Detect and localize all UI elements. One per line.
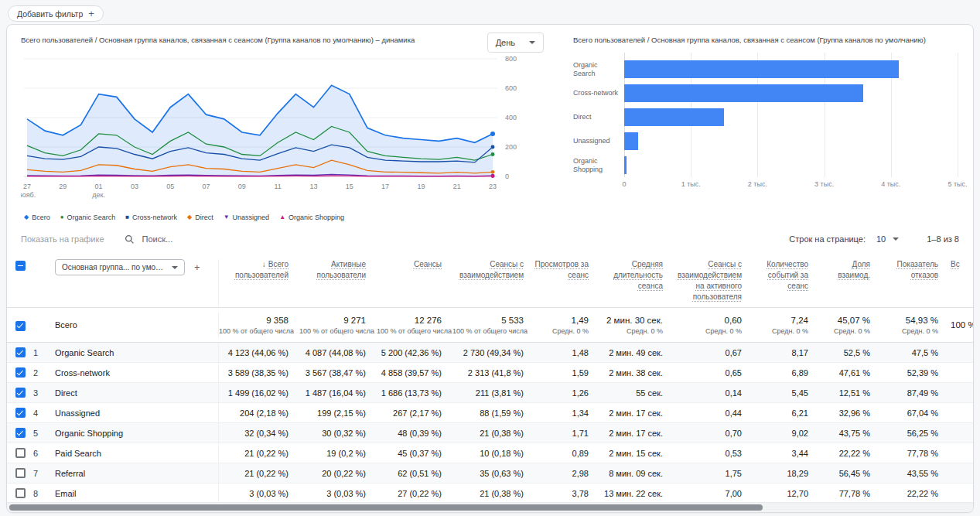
metric-cell: 30 (0,32 %) xyxy=(299,429,377,438)
totals-metric-cell: 45,07 %Средн. 0 % xyxy=(819,316,881,335)
bar-track xyxy=(624,57,958,81)
select-all-checkbox[interactable] xyxy=(15,261,26,271)
row-checkbox[interactable] xyxy=(15,388,26,398)
column-header-4[interactable]: Сеансы с взаимодействием xyxy=(452,259,534,281)
column-header-6[interactable]: Средняя длительность сеанса xyxy=(599,259,674,292)
x-axis-label: 0 xyxy=(622,180,626,188)
x-axis-label: 15 xyxy=(346,183,353,190)
metric-cell: 204 (2,18 %) xyxy=(219,408,299,418)
totals-subvalue: 100 % от общего числа xyxy=(219,327,289,335)
row-checkbox[interactable] xyxy=(15,367,26,378)
x-axis-sublabel: дек. xyxy=(92,191,105,199)
row-checkbox[interactable] xyxy=(15,488,26,498)
totals-metric-cell: 7,24Средн. 0 % xyxy=(753,316,819,335)
metric-cell: 21 (0,38 %) xyxy=(452,429,534,438)
bar-row-direct: Direct xyxy=(573,105,959,129)
report-card: Всего пользователей / Основная группа ка… xyxy=(6,24,974,513)
column-header-10[interactable]: Показатель отказов xyxy=(881,259,949,281)
table-row: 7Referral21 (0,22 %)20 (0,22 %)62 (0,51 … xyxy=(7,463,973,484)
legend-item-direct: ◆Direct xyxy=(187,214,213,221)
totals-value: 9 271 xyxy=(299,316,366,325)
column-header-9[interactable]: Доля взаимод. xyxy=(819,259,881,281)
x-axis-label: 27 xyxy=(23,183,31,190)
legend-marker-icon: ▲ xyxy=(279,214,285,220)
totals-subvalue: Средн. 0 % xyxy=(753,327,808,335)
totals-value: 5 533 xyxy=(452,316,524,325)
bar[interactable] xyxy=(624,156,627,174)
totals-subvalue: Средн. 0 % xyxy=(534,327,589,335)
dimension-header-cell: Основная группа... по умолчанию) xyxy=(53,259,219,307)
y-axis-label: 600 xyxy=(505,84,517,92)
metric-cell: 1 499 (16,02 %) xyxy=(219,388,299,398)
metric-cell: 21 (0,22 %) xyxy=(219,469,299,478)
row-checkbox[interactable] xyxy=(15,448,26,458)
bar[interactable] xyxy=(624,132,638,150)
column-header-2[interactable]: Активные пользователи xyxy=(299,259,377,281)
metric-cell: 48 (0,39 %) xyxy=(377,429,452,438)
add-column-button[interactable] xyxy=(191,259,203,275)
metric-cell: 3 (0,03 %) xyxy=(219,489,299,498)
search-input[interactable] xyxy=(141,234,260,244)
x-axis-label: 4 тыс. xyxy=(881,180,900,188)
metric-cell: 1 686 (13,73 %) xyxy=(377,388,452,398)
x-axis-label: 03 xyxy=(131,183,138,190)
row-index: 2 xyxy=(33,368,53,378)
bar-row-cross-network: Cross-network xyxy=(573,81,959,105)
bar-chart-panel: Всего пользователей / Основная группа ка… xyxy=(553,25,973,226)
bar-category-label: Unassigned xyxy=(573,137,624,145)
dimension-dropdown[interactable]: Основная группа... по умолчанию) xyxy=(55,259,185,275)
bar[interactable] xyxy=(624,108,724,126)
metric-cell: 52,5 % xyxy=(819,348,881,357)
metric-cell: 35 (0,63 %) xyxy=(452,469,534,478)
row-checkbox[interactable] xyxy=(15,347,26,357)
channel-name: Organic Shopping xyxy=(53,423,219,443)
add-filter-label: Добавить фильтр xyxy=(17,9,83,19)
table-row: 2Cross-network3 589 (38,35 %)3 567 (38,4… xyxy=(7,363,973,383)
metric-cell: 32 (0,34 %) xyxy=(219,429,299,438)
add-filter-button[interactable]: Добавить фильтр xyxy=(8,5,104,22)
metric-cell: 267 (2,17 %) xyxy=(377,408,452,418)
totals-checkbox[interactable] xyxy=(15,321,26,331)
totals-value: 7,24 xyxy=(753,316,808,325)
x-axis-label: 29 xyxy=(59,183,67,190)
row-checkbox[interactable] xyxy=(15,468,26,478)
metric-cell: 67,04 % xyxy=(881,408,949,418)
totals-value: 12 276 xyxy=(377,316,442,325)
dimension-dropdown-value: Основная группа... по умолчанию) xyxy=(62,263,166,272)
metric-cell: 2 мин. 38 сек. xyxy=(599,368,674,378)
column-header-8[interactable]: Количество событий за сеанс xyxy=(753,259,819,292)
metric-cell: 9,02 xyxy=(753,429,819,438)
plot-rows-button[interactable]: Показать на графике xyxy=(21,234,104,244)
column-header-1[interactable]: Всего пользователей xyxy=(219,259,299,281)
series-end-marker xyxy=(491,170,495,174)
channels-table: Основная группа... по умолчанию)Всего по… xyxy=(7,252,973,504)
metric-cell: 1,34 xyxy=(534,408,599,418)
row-checkbox[interactable] xyxy=(15,408,26,418)
search-icon xyxy=(125,234,135,244)
rows-per-page-value: 10 xyxy=(876,234,886,244)
metric-cell: 3 567 (38,47 %) xyxy=(299,368,377,378)
column-header-11[interactable]: Вс xyxy=(949,259,974,270)
totals-metric-cell: 1,49Средн. 0 % xyxy=(534,316,599,335)
channel-name: Unassigned xyxy=(53,403,219,422)
row-checkbox[interactable] xyxy=(15,428,26,438)
totals-metric-cell: 9 271100 % от общего числа xyxy=(299,316,377,335)
column-header-3[interactable]: Сеансы xyxy=(377,259,452,270)
legend-label: Direct xyxy=(195,214,213,221)
bar-category-label: Organic Search xyxy=(573,61,624,79)
table-header-row: Основная группа... по умолчанию)Всего по… xyxy=(7,252,973,308)
bar[interactable] xyxy=(624,84,863,102)
metric-cell: 0,44 xyxy=(674,408,753,418)
legend-item-unassigned: ▼Unassigned xyxy=(224,214,269,221)
bar-track xyxy=(624,81,958,105)
bar-category-label: Organic Shopping xyxy=(573,157,624,175)
column-header-label: Количество событий за сеанс xyxy=(767,260,808,290)
granularity-select[interactable]: День xyxy=(487,32,544,53)
rows-per-page-select[interactable]: 10 xyxy=(873,233,902,245)
column-header-7[interactable]: Сеансы с взаимодействием на активного по… xyxy=(674,259,753,302)
bar[interactable] xyxy=(624,60,899,78)
horizontal-scrollbar-thumb[interactable] xyxy=(9,504,763,511)
metric-cell: 4 858 (39,57 %) xyxy=(377,368,452,378)
legend-item-organic-shopping: ▲Organic Shopping xyxy=(279,214,344,221)
column-header-5[interactable]: Просмотров за сеанс xyxy=(534,259,599,281)
